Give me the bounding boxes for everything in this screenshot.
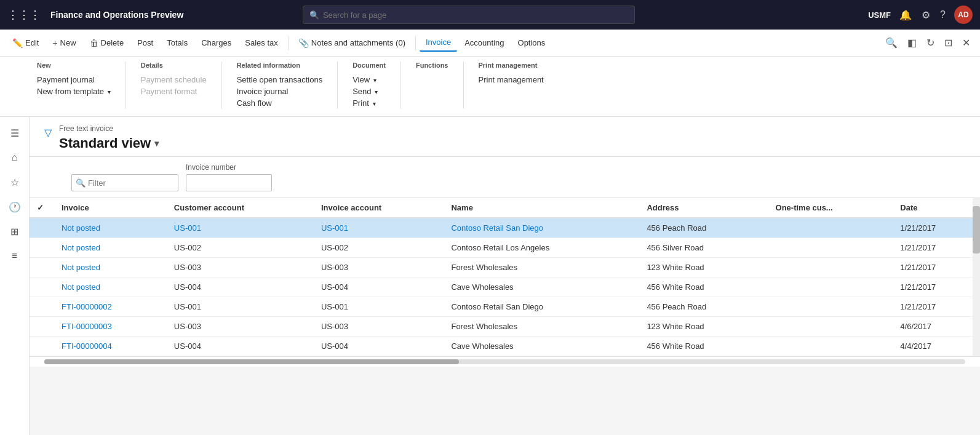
table-row[interactable]: Not postedUS-002US-002Contoso Retail Los… [30, 238, 980, 258]
view-toggle-icon[interactable]: ◧ [904, 34, 920, 51]
row-invoice-account[interactable]: US-001 [314, 297, 444, 317]
accounting-tab[interactable]: Accounting [458, 34, 510, 51]
settings-icon[interactable]: ⚙ [920, 8, 931, 22]
row-customer-account[interactable]: US-002 [167, 238, 314, 258]
avatar[interactable]: AD [954, 6, 973, 24]
table-row[interactable]: Not postedUS-001US-001Contoso Retail San… [30, 218, 980, 238]
row-name: Contoso Retail San Diego [444, 297, 639, 317]
payment-schedule-item[interactable]: Payment schedule [141, 74, 207, 86]
row-invoice[interactable]: FTI-00000002 [54, 297, 167, 317]
row-invoice[interactable]: FTI-00000004 [54, 337, 167, 356]
print-management-item[interactable]: Print management [479, 74, 544, 86]
row-check-cell[interactable] [30, 337, 54, 356]
popout-icon[interactable]: ⊡ [941, 34, 956, 51]
options-tab[interactable]: Options [512, 34, 552, 51]
delete-icon: 🗑 [90, 38, 98, 48]
settle-open-transactions-item[interactable]: Settle open transactions [237, 74, 322, 86]
print-item[interactable]: Print ▾ [353, 97, 386, 109]
notifications-icon[interactable]: 🔔 [898, 8, 913, 22]
table-row[interactable]: Not postedUS-003US-003Forest Wholesales1… [30, 258, 980, 277]
col-header-invoice[interactable]: Invoice [54, 198, 167, 218]
row-check-cell[interactable] [30, 297, 54, 317]
row-customer-account[interactable]: US-001 [167, 218, 314, 238]
row-check-cell[interactable] [30, 258, 54, 277]
row-invoice[interactable]: FTI-00000003 [54, 317, 167, 337]
row-name: Forest Wholesales [444, 317, 639, 337]
row-invoice-account[interactable]: US-004 [314, 277, 444, 297]
row-check-cell[interactable] [30, 277, 54, 297]
row-customer-account[interactable]: US-003 [167, 258, 314, 277]
app-grid-icon[interactable]: ⋮⋮⋮ [7, 8, 41, 22]
table-row[interactable]: FTI-00000003US-003US-003Forest Wholesale… [30, 317, 980, 337]
col-header-address[interactable]: Address [639, 198, 768, 218]
vertical-scrollbar[interactable] [973, 198, 980, 356]
search-bar[interactable]: 🔍 [303, 6, 635, 24]
row-invoice[interactable]: Not posted [54, 238, 167, 258]
row-invoice[interactable]: Not posted [54, 277, 167, 297]
col-header-name[interactable]: Name [444, 198, 639, 218]
totals-button[interactable]: Totals [161, 34, 194, 51]
filter-search-wrap[interactable]: 🔍 [71, 174, 178, 191]
row-one-time-cus [768, 277, 893, 297]
attachment-icon: 📎 [298, 38, 309, 48]
row-name: Forest Wholesales [444, 258, 639, 277]
row-invoice[interactable]: Not posted [54, 218, 167, 238]
delete-button[interactable]: 🗑 Delete [84, 34, 130, 52]
invoice-tab[interactable]: Invoice [420, 34, 457, 52]
cash-flow-item[interactable]: Cash flow [237, 97, 322, 109]
close-icon[interactable]: ✕ [958, 34, 974, 51]
filter-icon[interactable]: ▽ [44, 127, 52, 138]
sidebar-item-favorites[interactable]: ☆ [2, 171, 27, 193]
page-title[interactable]: Standard view ▾ [59, 135, 159, 151]
sidebar-item-list[interactable]: ≡ [2, 245, 27, 267]
dropdown-section-functions: Functions [416, 62, 464, 109]
row-invoice-account[interactable]: US-003 [314, 317, 444, 337]
payment-format-item[interactable]: Payment format [141, 86, 207, 97]
col-header-check: ✓ [30, 198, 54, 218]
help-icon[interactable]: ? [939, 8, 947, 22]
row-invoice[interactable]: Not posted [54, 258, 167, 277]
sidebar-item-workspace[interactable]: ⊞ [2, 220, 27, 242]
search-cmd-icon[interactable]: 🔍 [882, 34, 901, 51]
new-from-template-item[interactable]: New from template ▾ [37, 86, 111, 97]
edit-button[interactable]: ✏️ Edit [6, 34, 45, 52]
horizontal-scrollbar[interactable] [44, 359, 965, 364]
row-customer-account[interactable]: US-001 [167, 297, 314, 317]
table-row[interactable]: Not postedUS-004US-004Cave Wholesales456… [30, 277, 980, 297]
row-check-cell[interactable] [30, 238, 54, 258]
col-header-date[interactable]: Date [893, 198, 980, 218]
view-item[interactable]: View ▾ [353, 74, 386, 86]
invoice-number-input[interactable] [186, 174, 272, 191]
row-customer-account[interactable]: US-004 [167, 277, 314, 297]
invoice-journal-item[interactable]: Invoice journal [237, 86, 322, 97]
send-item[interactable]: Send ▾ [353, 86, 386, 97]
row-invoice-account[interactable]: US-001 [314, 218, 444, 238]
col-header-customer-account[interactable]: Customer account [167, 198, 314, 218]
sidebar-item-recent[interactable]: 🕐 [2, 196, 27, 218]
sales-tax-button[interactable]: Sales tax [239, 34, 284, 51]
row-check-cell[interactable] [30, 218, 54, 238]
table-row[interactable]: FTI-00000004US-004US-004Cave Wholesales4… [30, 337, 980, 356]
section-header-print-mgmt: Print management [479, 62, 544, 69]
row-invoice-account[interactable]: US-002 [314, 238, 444, 258]
refresh-icon[interactable]: ↻ [923, 34, 938, 51]
filter-input[interactable] [88, 178, 174, 188]
col-header-one-time-cus[interactable]: One-time cus... [768, 198, 893, 218]
payment-journal-item[interactable]: Payment journal [37, 74, 111, 86]
col-header-invoice-account[interactable]: Invoice account [314, 198, 444, 218]
charges-button[interactable]: Charges [195, 34, 237, 51]
table-row[interactable]: FTI-00000002US-001US-001Contoso Retail S… [30, 297, 980, 317]
new-button[interactable]: + New [46, 34, 82, 52]
row-check-cell[interactable] [30, 317, 54, 337]
dropdown-section-print-mgmt: Print management Print management [479, 62, 559, 109]
search-input[interactable] [323, 10, 628, 20]
sidebar-item-home[interactable]: ⌂ [2, 146, 27, 169]
row-customer-account[interactable]: US-004 [167, 337, 314, 356]
notes-attachments-button[interactable]: 📎 Notes and attachments (0) [292, 34, 412, 52]
post-button[interactable]: Post [131, 34, 159, 51]
row-date: 4/4/2017 [893, 337, 980, 356]
row-invoice-account[interactable]: US-003 [314, 258, 444, 277]
row-invoice-account[interactable]: US-004 [314, 337, 444, 356]
row-customer-account[interactable]: US-003 [167, 317, 314, 337]
sidebar-item-hamburger[interactable]: ☰ [2, 122, 27, 144]
